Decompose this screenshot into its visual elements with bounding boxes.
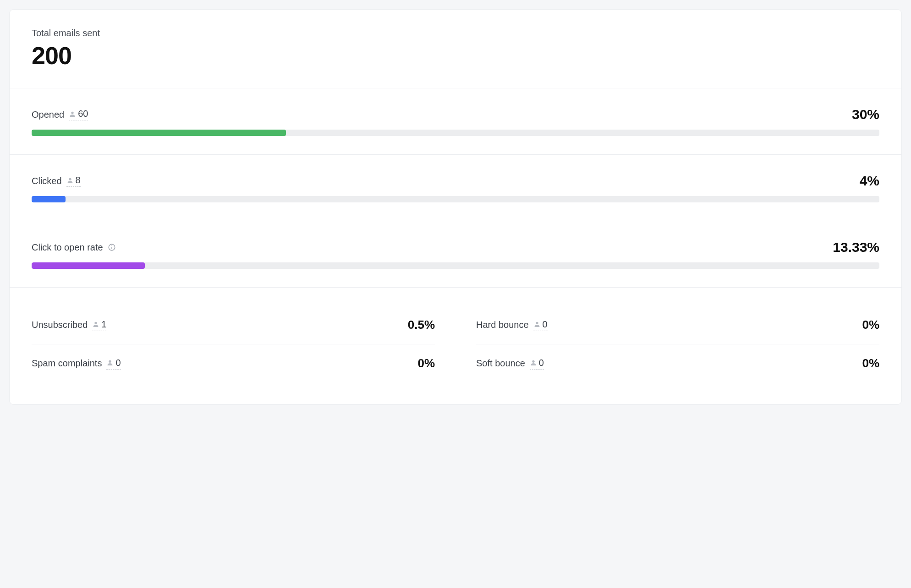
opened-percent: 30% — [852, 107, 879, 122]
svg-point-7 — [109, 360, 111, 363]
unsubscribed-stat: Unsubscribed 1 0.5% — [32, 306, 435, 344]
spam-complaints-person-stat[interactable]: 0 — [106, 358, 121, 370]
opened-row: Opened 60 30% — [32, 107, 879, 122]
clicked-label: Clicked — [32, 176, 62, 186]
soft-bounce-percent: 0% — [862, 356, 879, 370]
total-section: Total emails sent 200 — [10, 10, 901, 88]
clicked-section: Clicked 8 4% — [10, 155, 901, 221]
person-icon — [106, 359, 114, 366]
spam-complaints-label: Spam complaints — [32, 358, 102, 369]
ctor-percent: 13.33% — [833, 240, 879, 255]
opened-progress-fill — [32, 130, 286, 136]
unsubscribed-label: Unsubscribed — [32, 320, 88, 330]
svg-point-8 — [532, 360, 534, 363]
svg-point-0 — [71, 111, 74, 114]
hard-bounce-percent: 0% — [862, 318, 879, 332]
clicked-person-stat[interactable]: 8 — [66, 175, 81, 187]
svg-point-1 — [69, 178, 71, 180]
info-icon[interactable] — [108, 243, 116, 251]
hard-bounce-count: 0 — [543, 319, 548, 330]
unsubscribed-count: 1 — [101, 319, 106, 330]
ctor-progress — [32, 262, 879, 269]
clicked-progress — [32, 196, 879, 202]
spam-complaints-percent: 0% — [417, 356, 435, 370]
ctor-label: Click to open rate — [32, 242, 103, 253]
hard-bounce-stat: Hard bounce 0 0% — [476, 306, 879, 344]
small-stats-section: Unsubscribed 1 0.5% Hard bounce — [10, 288, 901, 404]
svg-point-6 — [536, 322, 538, 324]
person-icon — [530, 359, 537, 366]
clicked-count: 8 — [76, 175, 81, 185]
ctor-row: Click to open rate 13.33% — [32, 240, 879, 255]
person-icon — [69, 110, 76, 118]
total-value: 200 — [32, 41, 879, 70]
spam-complaints-count: 0 — [115, 358, 121, 368]
person-icon — [533, 321, 541, 328]
soft-bounce-person-stat[interactable]: 0 — [530, 358, 544, 370]
ctor-section: Click to open rate 13.33% — [10, 221, 901, 288]
hard-bounce-person-stat[interactable]: 0 — [533, 319, 548, 331]
total-label: Total emails sent — [32, 28, 879, 38]
svg-point-4 — [111, 245, 112, 246]
opened-count: 60 — [78, 109, 88, 119]
clicked-percent: 4% — [860, 173, 879, 189]
svg-point-5 — [95, 322, 97, 324]
clicked-progress-fill — [32, 196, 66, 202]
person-icon — [92, 321, 99, 328]
opened-section: Opened 60 30% — [10, 88, 901, 155]
soft-bounce-stat: Soft bounce 0 0% — [476, 344, 879, 382]
person-icon — [66, 177, 74, 184]
soft-bounce-label: Soft bounce — [476, 358, 525, 369]
unsubscribed-person-stat[interactable]: 1 — [92, 319, 106, 331]
opened-label: Opened — [32, 109, 64, 120]
ctor-progress-fill — [32, 262, 145, 269]
hard-bounce-label: Hard bounce — [476, 320, 529, 330]
email-stats-card: Total emails sent 200 Opened 60 30% Cl — [9, 9, 902, 405]
soft-bounce-count: 0 — [539, 358, 544, 368]
opened-person-stat[interactable]: 60 — [69, 109, 88, 120]
unsubscribed-percent: 0.5% — [408, 318, 435, 332]
clicked-row: Clicked 8 4% — [32, 173, 879, 189]
opened-progress — [32, 130, 879, 136]
spam-complaints-stat: Spam complaints 0 0% — [32, 344, 435, 382]
